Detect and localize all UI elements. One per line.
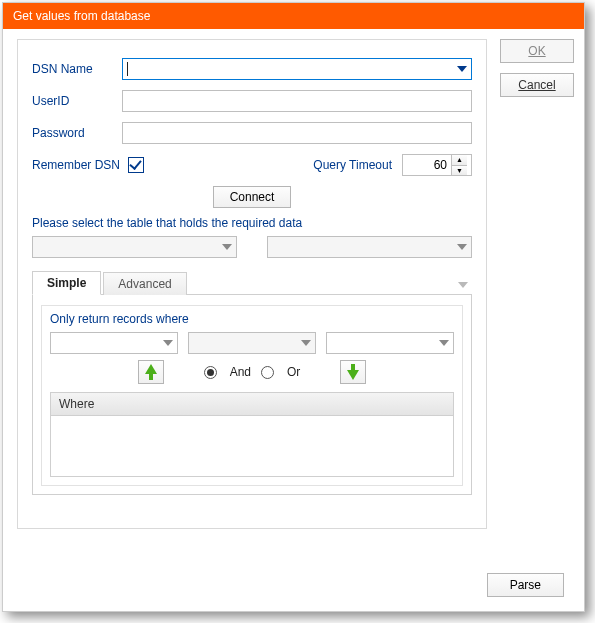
filter-value-combo[interactable] [326,332,454,354]
chevron-down-icon [301,340,311,346]
connect-button[interactable]: Connect [213,186,292,208]
password-label: Password [32,126,122,140]
tab-advanced[interactable]: Advanced [103,272,186,295]
tab-body-simple: Only return records where And [32,295,472,495]
chevron-down-icon [439,340,449,346]
userid-input[interactable] [122,90,472,112]
chevron-down-icon [457,244,467,250]
password-input[interactable] [122,122,472,144]
dsn-name-label: DSN Name [32,62,122,76]
table-select-1[interactable] [32,236,237,258]
table-select-2[interactable] [267,236,472,258]
query-timeout-spinner[interactable]: ▲ ▼ [402,154,472,176]
userid-label: UserID [32,94,122,108]
chevron-down-icon [457,66,467,72]
tabstrip: Simple Advanced [32,270,472,295]
where-grid[interactable]: Where [50,392,454,477]
spinner-down-icon[interactable]: ▼ [452,166,467,176]
where-grid-header: Where [51,393,453,416]
or-label: Or [287,365,300,379]
tabs-overflow-icon[interactable] [458,282,468,288]
arrow-up-icon [145,364,157,380]
parse-button[interactable]: Parse [487,573,564,597]
main-panel: DSN Name UserID Password Remember DSN Qu… [17,39,487,529]
select-table-label: Please select the table that holds the r… [32,216,472,230]
dsn-name-combo[interactable] [122,58,472,80]
query-timeout-input[interactable] [403,155,451,175]
ok-button[interactable]: OK [500,39,574,63]
remember-dsn-checkbox[interactable] [128,157,144,173]
move-down-button[interactable] [340,360,366,384]
chevron-down-icon [222,244,232,250]
window-title: Get values from database [3,3,584,29]
query-timeout-label: Query Timeout [313,158,392,172]
arrow-down-icon [347,364,359,380]
text-caret [127,62,128,76]
chevron-down-icon [163,340,173,346]
filter-heading: Only return records where [50,312,454,326]
filter-field-combo[interactable] [50,332,178,354]
filter-operator-combo[interactable] [188,332,316,354]
and-label: And [230,365,251,379]
move-up-button[interactable] [138,360,164,384]
tab-simple[interactable]: Simple [32,271,101,295]
and-radio[interactable] [204,366,217,379]
remember-dsn-label: Remember DSN [32,158,120,172]
cancel-button[interactable]: Cancel [500,73,574,97]
spinner-up-icon[interactable]: ▲ [452,155,467,166]
or-radio[interactable] [261,366,274,379]
